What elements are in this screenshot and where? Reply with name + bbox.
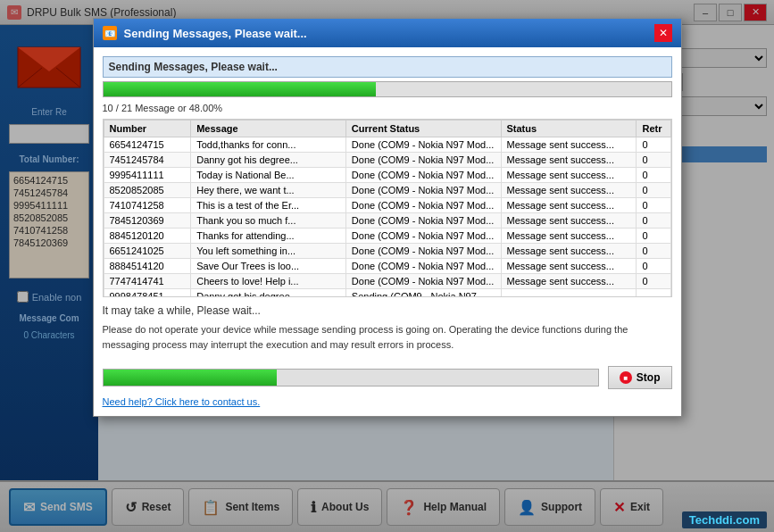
- table-cell-number: 6651241025: [104, 244, 191, 259]
- table-cell-retry: 0: [637, 244, 670, 259]
- table-cell-message: Save Our Trees is loo...: [191, 259, 346, 274]
- table-row: 7410741258This is a test of the Er...Don…: [104, 198, 670, 213]
- table-row: 7451245784Danny got his degree...Done (C…: [104, 153, 670, 168]
- table-cell-status: Message sent success...: [501, 229, 637, 244]
- table-cell-number: 6654124715: [104, 137, 191, 153]
- bottom-progress-outer: [103, 369, 599, 387]
- table-row: 7747414741Cheers to love! Help i...Done …: [104, 274, 670, 289]
- table-cell-current: Done (COM9 - Nokia N97 Mod...: [345, 198, 501, 213]
- table-cell-number: 9995411111: [104, 168, 191, 183]
- table-row: 8845120120Thanks for attending...Done (C…: [104, 229, 670, 244]
- stop-label: Stop: [637, 371, 661, 384]
- table-cell-retry: 0: [637, 229, 670, 244]
- table-cell-current: Done (COM9 - Nokia N97 Mod...: [345, 259, 501, 274]
- progress-text: 10 / 21 Message or 48.00%: [103, 103, 672, 113]
- table-cell-message: Thanks for attending...: [191, 229, 346, 244]
- col-header-retry: Retr: [637, 121, 670, 137]
- col-header-status: Status: [501, 121, 637, 137]
- table-cell-message: Today is National Be...: [191, 168, 346, 183]
- stop-button[interactable]: ■ Stop: [608, 366, 672, 389]
- table-cell-message: Danny got his degree...: [191, 289, 346, 298]
- table-cell-retry: 0: [637, 183, 670, 198]
- table-cell-number: 7451245784: [104, 153, 191, 168]
- table-cell-retry: 0: [637, 213, 670, 229]
- table-cell-status: Message sent success...: [501, 244, 637, 259]
- table-cell-status: Message sent success...: [501, 198, 637, 213]
- table-cell-message: Cheers to love! Help i...: [191, 274, 346, 289]
- sending-modal: 📧 Sending Messages, Please wait... ✕ Sen…: [93, 18, 682, 417]
- table-row: 6654124715Todd,thanks for conn...Done (C…: [104, 137, 670, 153]
- table-cell-message: Todd,thanks for conn...: [191, 137, 346, 153]
- col-header-number: Number: [104, 121, 191, 137]
- table-cell-current: Done (COM9 - Nokia N97 Mod...: [345, 153, 501, 168]
- modal-title: Sending Messages, Please wait...: [124, 27, 307, 40]
- col-header-current: Current Status: [345, 121, 501, 137]
- table-cell-message: Danny got his degree...: [191, 153, 346, 168]
- table-cell-current: Done (COM9 - Nokia N97 Mod...: [345, 213, 501, 229]
- table-cell-retry: 0: [637, 259, 670, 274]
- table-row: 8884514120Save Our Trees is loo...Done (…: [104, 259, 670, 274]
- table-cell-current: Done (COM9 - Nokia N97 Mod...: [345, 244, 501, 259]
- table-cell-number: 8845120120: [104, 229, 191, 244]
- progress-label: Sending Messages, Please wait...: [103, 56, 672, 78]
- table-cell-number: 8884514120: [104, 259, 191, 274]
- table-cell-retry: 0: [637, 274, 670, 289]
- stop-icon: ■: [620, 371, 632, 384]
- modal-title-bar: 📧 Sending Messages, Please wait... ✕: [94, 19, 681, 47]
- table-cell-current: Done (COM9 - Nokia N97 Mod...: [345, 229, 501, 244]
- table-cell-current: Done (COM9 - Nokia N97 Mod...: [345, 168, 501, 183]
- table-row: 6651241025You left something in...Done (…: [104, 244, 670, 259]
- table-cell-current: Done (COM9 - Nokia N97 Mod...: [345, 137, 501, 153]
- modal-overlay: 📧 Sending Messages, Please wait... ✕ Sen…: [0, 0, 774, 532]
- table-cell-current: Done (COM9 - Nokia N97 Mod...: [345, 183, 501, 198]
- table-cell-number: 7845120369: [104, 213, 191, 229]
- table-cell-number: 9998478451: [104, 289, 191, 298]
- table-cell-status: [501, 289, 637, 298]
- table-cell-retry: 0: [637, 168, 670, 183]
- table-cell-retry: 0: [637, 153, 670, 168]
- modal-title-icon: 📧: [103, 26, 117, 40]
- modal-bottom: ■ Stop: [103, 361, 672, 391]
- table-cell-message: Thank you so much f...: [191, 213, 346, 229]
- table-cell-number: 7410741258: [104, 198, 191, 213]
- table-cell-retry: 0: [637, 198, 670, 213]
- message-table: Number Message Current Status Status Ret…: [104, 120, 671, 297]
- watermark-text1: Tech: [689, 513, 715, 527]
- table-cell-status: Message sent success...: [501, 274, 637, 289]
- table-cell-status: Message sent success...: [501, 213, 637, 229]
- table-cell-number: 8520852085: [104, 183, 191, 198]
- table-cell-current: Sending (COM9 - Nokia N97 M...: [345, 289, 501, 298]
- table-cell-message: Hey there, we want t...: [191, 183, 346, 198]
- table-cell-status: Message sent success...: [501, 168, 637, 183]
- table-cell-status: Message sent success...: [501, 137, 637, 153]
- message-table-body: 6654124715Todd,thanks for conn...Done (C…: [104, 137, 670, 298]
- table-cell-status: Message sent success...: [501, 259, 637, 274]
- modal-close-button[interactable]: ✕: [654, 24, 672, 42]
- table-cell-status: Message sent success...: [501, 153, 637, 168]
- message-table-container[interactable]: Number Message Current Status Status Ret…: [103, 119, 672, 297]
- table-row: 9998478451Danny got his degree...Sending…: [104, 289, 670, 298]
- wait-message: It may take a while, Please wait...: [103, 304, 672, 317]
- warning-message: Please do not operate your device while …: [103, 322, 672, 352]
- table-row: 8520852085Hey there, we want t...Done (C…: [104, 183, 670, 198]
- table-cell-message: You left something in...: [191, 244, 346, 259]
- bottom-progress-inner: [104, 370, 277, 386]
- col-header-message: Message: [191, 121, 346, 137]
- table-cell-message: This is a test of the Er...: [191, 198, 346, 213]
- table-cell-number: 7747414741: [104, 274, 191, 289]
- help-link[interactable]: Need help? Click here to contact us.: [103, 396, 672, 407]
- table-cell-status: Message sent success...: [501, 183, 637, 198]
- progress-bar-inner: [104, 82, 376, 96]
- progress-bar-outer: [103, 81, 672, 97]
- watermark-text2: ddi: [715, 513, 733, 527]
- watermark: Techddi.com: [682, 511, 767, 528]
- table-row: 9995411111Today is National Be...Done (C…: [104, 168, 670, 183]
- table-cell-retry: [637, 289, 670, 298]
- table-row: 7845120369Thank you so much f...Done (CO…: [104, 213, 670, 229]
- modal-body: Sending Messages, Please wait... 10 / 21…: [94, 47, 681, 416]
- table-cell-current: Done (COM9 - Nokia N97 Mod...: [345, 274, 501, 289]
- table-cell-retry: 0: [637, 137, 670, 153]
- watermark-text3: .com: [733, 513, 760, 527]
